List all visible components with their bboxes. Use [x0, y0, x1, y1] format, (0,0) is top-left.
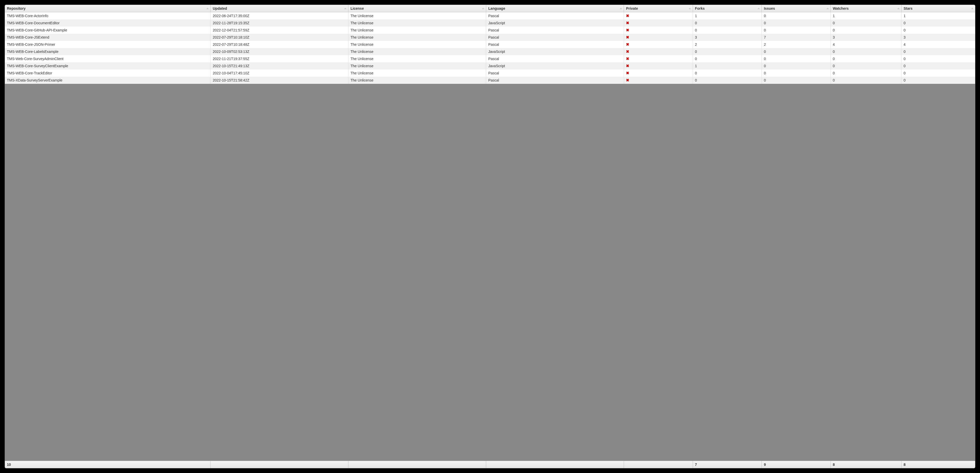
- sort-asc-icon[interactable]: [971, 8, 974, 9]
- column-header-language[interactable]: Language: [486, 5, 624, 12]
- cell-watchers: 0: [830, 77, 901, 84]
- table-row[interactable]: TMS-WEB-Core-TrackEditor2022-10-04T17:45…: [5, 70, 975, 77]
- cell-license: The Unlicense: [348, 34, 486, 41]
- cell-forks: 0: [693, 27, 762, 34]
- cell-issues: 0: [762, 12, 831, 20]
- cell-repo: TMS-WEB-Core-JSExtend: [5, 34, 211, 41]
- cell-private: ✖: [624, 70, 693, 77]
- cell-watchers: 0: [830, 48, 901, 55]
- cell-watchers: 0: [830, 62, 901, 70]
- table-row[interactable]: TMS-WEB-Core-JSExtend2022-07-29T10:18:10…: [5, 34, 975, 41]
- column-header-repo[interactable]: Repository: [5, 5, 211, 12]
- cell-value: JavaScript: [488, 64, 505, 68]
- cell-issues: 7: [762, 34, 831, 41]
- column-header-private[interactable]: Private: [624, 5, 693, 12]
- cell-repo: TMS-WEB-Core-LabelsExample: [5, 48, 211, 55]
- sort-asc-icon[interactable]: [897, 8, 900, 9]
- column-header-forks[interactable]: Forks: [693, 5, 762, 12]
- grid-scroll-area[interactable]: RepositoryUpdatedLicenseLanguagePrivateF…: [5, 5, 975, 461]
- cell-updated: 2022-07-29T10:18:10Z: [211, 34, 348, 41]
- cell-value: 2022-07-29T10:18:10Z: [213, 35, 249, 39]
- cell-stars: 0: [901, 62, 975, 70]
- cell-value: 2022-10-15T21:49:13Z: [213, 64, 249, 68]
- cell-value: 2022-10-04T17:45:10Z: [213, 71, 249, 75]
- footer-value: 10: [7, 462, 11, 467]
- cell-issues: 0: [762, 27, 831, 34]
- column-header-license[interactable]: License: [348, 5, 486, 12]
- table-row[interactable]: TMS-Web-Core-SurveyAdminClient2022-11-21…: [5, 55, 975, 62]
- sort-asc-icon[interactable]: [757, 8, 760, 9]
- cell-private: ✖: [624, 19, 693, 27]
- cell-private: ✖: [624, 12, 693, 20]
- cell-language: Pascal: [486, 77, 624, 84]
- column-header-stars[interactable]: Stars: [901, 5, 975, 12]
- cell-language: Pascal: [486, 55, 624, 62]
- table-body: TMS-WEB-Core-ActorInfo2022-06-24T17:35:0…: [5, 12, 975, 84]
- table-row[interactable]: TMS-XData-SurveyServerExample2022-10-15T…: [5, 77, 975, 84]
- cell-value: TMS-Web-Core-SurveyAdminClient: [7, 57, 64, 61]
- column-header-watchers[interactable]: Watchers: [830, 5, 901, 12]
- cell-value: 0: [904, 21, 905, 25]
- footer-cell-stars: 8: [901, 461, 975, 468]
- cell-value: 3: [695, 35, 697, 39]
- footer-cell-updated: [211, 461, 348, 468]
- x-mark-icon: ✖: [626, 21, 629, 25]
- cell-value: The Unlicense: [350, 43, 374, 46]
- sort-asc-icon[interactable]: [689, 8, 691, 9]
- table-row[interactable]: TMS-WEB-Core-LabelsExample2022-10-09T02:…: [5, 48, 975, 55]
- cell-value: 0: [833, 71, 835, 75]
- cell-license: The Unlicense: [348, 27, 486, 34]
- x-mark-icon: ✖: [626, 63, 629, 68]
- table-row[interactable]: TMS-WEB-Core-ActorInfo2022-06-24T17:35:0…: [5, 12, 975, 20]
- cell-value: Pascal: [488, 78, 499, 82]
- table-row[interactable]: TMS-WEB-Core-JSON-Primer2022-07-29T10:18…: [5, 41, 975, 48]
- sort-asc-icon[interactable]: [826, 8, 829, 9]
- table-row[interactable]: TMS-WEB-Core-SurveyClientExample2022-10-…: [5, 62, 975, 70]
- cell-value: TMS-WEB-Core-SurveyClientExample: [7, 64, 68, 68]
- cell-value: 0: [764, 14, 766, 18]
- sort-asc-icon[interactable]: [482, 8, 484, 9]
- cell-forks: 1: [693, 12, 762, 20]
- column-header-updated[interactable]: Updated: [211, 5, 348, 12]
- cell-private: ✖: [624, 55, 693, 62]
- column-header-issues[interactable]: Issues: [762, 5, 831, 12]
- x-mark-icon: ✖: [626, 49, 629, 54]
- sort-asc-icon[interactable]: [620, 8, 622, 9]
- cell-value: 0: [764, 28, 766, 32]
- cell-issues: 0: [762, 62, 831, 70]
- cell-issues: 0: [762, 70, 831, 77]
- cell-value: 7: [764, 35, 766, 39]
- cell-value: 0: [764, 64, 766, 68]
- cell-value: The Unlicense: [350, 35, 374, 39]
- cell-value: The Unlicense: [350, 64, 374, 68]
- cell-private: ✖: [624, 48, 693, 55]
- cell-private: ✖: [624, 62, 693, 70]
- cell-language: Pascal: [486, 12, 624, 20]
- sort-asc-icon[interactable]: [344, 8, 347, 9]
- column-header-label: Stars: [904, 6, 913, 11]
- cell-value: The Unlicense: [350, 14, 374, 18]
- footer-value: 8: [833, 462, 835, 467]
- cell-repo: TMS-WEB-Core-ActorInfo: [5, 12, 211, 20]
- table-row[interactable]: TMS-WEB-Core-DocumentEditor2022-11-28T19…: [5, 19, 975, 27]
- cell-watchers: 0: [830, 55, 901, 62]
- x-mark-icon: ✖: [626, 57, 629, 61]
- footer-cell-language: [486, 461, 624, 468]
- cell-value: TMS-WEB-Core-GitHub-API-Example: [7, 28, 67, 32]
- cell-value: 2022-07-29T10:18:48Z: [213, 43, 249, 46]
- cell-value: 2: [764, 43, 766, 46]
- cell-value: Pascal: [488, 14, 499, 18]
- cell-language: JavaScript: [486, 19, 624, 27]
- sort-asc-icon[interactable]: [206, 8, 209, 9]
- cell-value: TMS-XData-SurveyServerExample: [7, 78, 62, 82]
- cell-value: TMS-WEB-Core-LabelsExample: [7, 49, 59, 54]
- cell-value: 0: [695, 71, 697, 75]
- cell-language: Pascal: [486, 27, 624, 34]
- cell-value: 0: [764, 71, 766, 75]
- cell-value: 2022-12-04T21:57:59Z: [213, 28, 249, 32]
- table-row[interactable]: TMS-WEB-Core-GitHub-API-Example2022-12-0…: [5, 27, 975, 34]
- cell-value: 2022-11-21T19:37:55Z: [213, 57, 249, 61]
- cell-updated: 2022-11-21T19:37:55Z: [211, 55, 348, 62]
- cell-repo: TMS-WEB-Core-DocumentEditor: [5, 19, 211, 27]
- cell-value: 0: [764, 57, 766, 61]
